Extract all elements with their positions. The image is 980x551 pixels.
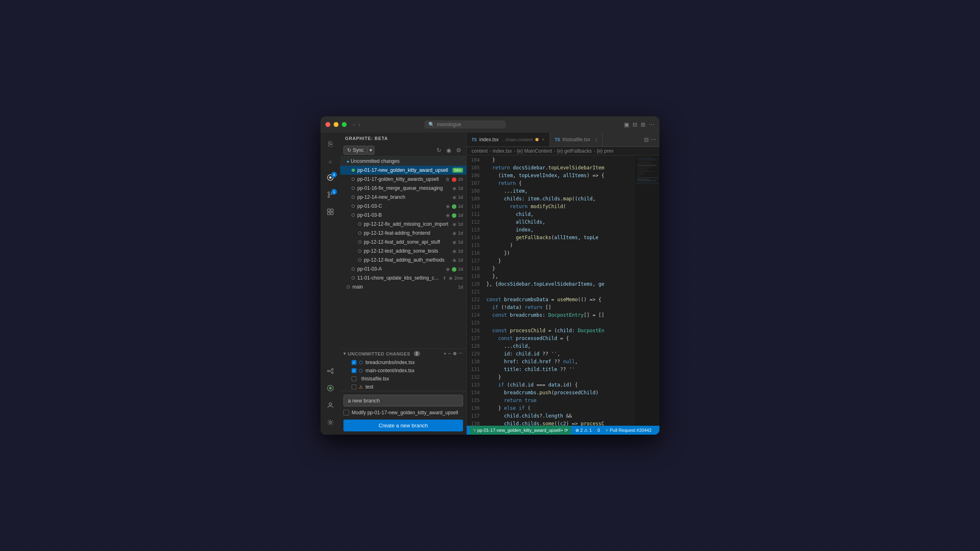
activity-item-graph[interactable] (322, 364, 339, 380)
vscode-window: ‹ › 🔍 monologue ▣ ⊟ ⊞ ⋯ ⎘ ⌕ (321, 116, 659, 435)
activity-item-remote[interactable] (322, 381, 339, 397)
file-checkbox[interactable] (352, 384, 356, 389)
more-tabs-button[interactable]: ⊟ ⋯ (641, 136, 659, 143)
eye-icon[interactable]: ◉ (452, 195, 457, 200)
minimize-button[interactable] (334, 122, 339, 127)
code-editor[interactable]: } return docsSidebar.topLevelSidebarItem… (483, 156, 635, 426)
branch-item-5[interactable]: pp-01-03-B ◉ ⬤ 1d (340, 211, 466, 220)
tab-thisisafile-tsx[interactable]: TS thisisafile.tsx : 1 (550, 133, 603, 147)
branch-item-12[interactable]: 11-01-chore_update_kbs_setting_copy ⬆ ◉ … (340, 273, 466, 282)
eye-icon[interactable]: ◉ (452, 249, 457, 254)
branch-dot (352, 267, 355, 271)
branch-item-main[interactable]: main 1d (340, 282, 466, 291)
sidebar-icon[interactable]: ⊞ (641, 121, 646, 128)
branch-item-1[interactable]: pp-01-17-golden_kitty_awards_upsell 🗑 ⬤ … (340, 175, 466, 184)
uncommitted-header-item[interactable]: ● Uncommitted changes (340, 157, 466, 166)
branch-item-2[interactable]: pp-01-16-fix_merge_queue_messaging ◉ 1d (340, 184, 466, 193)
layout-icon[interactable]: ▣ (624, 121, 629, 128)
uncommitted-section-header[interactable]: ▾ UNCOMMITTED CHANGES 2 + − ⊗ ⋯ (340, 349, 466, 358)
activity-item-extensions[interactable] (322, 204, 339, 221)
file-checkbox[interactable] (352, 376, 356, 381)
file-item-thisisafile[interactable]: thisisafile.tsx (340, 375, 466, 383)
minus-icon[interactable]: − (448, 351, 451, 356)
branch-item-4[interactable]: pp-01-03-C ◉ ⬤ 1d (340, 202, 466, 211)
git-branch-icon: ⑂ (473, 428, 476, 433)
breadcrumb-part-3[interactable]: {e} MainContent (517, 148, 552, 154)
lines-status[interactable]: 0 (596, 428, 601, 433)
eye-icon[interactable]: ◉ (446, 204, 450, 209)
create-branch-button[interactable]: Create a new branch (343, 420, 463, 431)
activity-item-explorer[interactable]: ⎘ (322, 136, 339, 152)
branch-item-8[interactable]: pp-12-12-feat_add_some_api_stuff ◉ 1d (340, 238, 466, 247)
eye-icon[interactable]: ◉ (452, 222, 457, 227)
activity-item-graphite[interactable]: 4 (322, 170, 339, 187)
chevron-up-icon[interactable]: ⬆ (443, 276, 446, 281)
gear-icon[interactable]: ⚙ (454, 146, 463, 154)
eye-icon[interactable]: ◉ (452, 240, 457, 245)
forward-button[interactable]: › (359, 121, 361, 128)
split-icon[interactable]: ⊟ (633, 121, 637, 128)
refresh-icon[interactable]: ↻ (435, 146, 443, 154)
branch-item-11[interactable]: pp-01-03-A ◉ ⬤ 1d (340, 264, 466, 273)
breadcrumb-sep: › (489, 148, 491, 154)
eye-icon[interactable]: ◉ (452, 258, 457, 263)
modify-option: Modify pp-01-17-new_golden_kitty_award_u… (343, 409, 463, 416)
branch-item-10[interactable]: pp-12-12-feat_adding_auth_methods ◉ 1d (340, 256, 466, 264)
svg-rect-36 (636, 182, 659, 184)
file-item-test[interactable]: ⚠ test (340, 383, 466, 391)
pull-request-status[interactable]: ⑂ Pull Request #20442 (604, 428, 653, 433)
tab-index-tsx[interactable]: TS index.tsx …/main-content × (467, 133, 550, 147)
spaces-status[interactable]: Spaces: 2 (658, 428, 659, 433)
svg-point-18 (330, 421, 332, 423)
file-item-breadcrumbs[interactable]: ⬡ breadcrumbs/index.tsx (340, 358, 466, 367)
eye-icon[interactable]: ◉ (446, 267, 450, 272)
breadcrumb-part-2[interactable]: index.tsx (492, 148, 512, 154)
sync-button[interactable]: ↻ Sync (343, 146, 368, 155)
branch-meta: ◉ 1d (452, 222, 463, 227)
add-icon[interactable]: + (443, 351, 446, 356)
close-button[interactable] (325, 122, 330, 127)
activity-item-source-control[interactable]: 1 (322, 187, 339, 204)
branch-item-9[interactable]: pp-12-12-test_adding_some_tests ◉ 1d (340, 247, 466, 256)
breadcrumb-part-5[interactable]: {e} prev (597, 148, 613, 154)
file-item-main-content[interactable]: ⬡ main-content/index.tsx (340, 367, 466, 375)
file-checkbox[interactable] (352, 368, 356, 373)
eye-icon[interactable]: ◉ (446, 213, 450, 218)
sync-dropdown-button[interactable]: ▾ (368, 146, 374, 155)
git-branch-status[interactable]: ⑂ pp-01-17-new_golden_kitty_award_upsell… (470, 426, 571, 435)
close-tab-icon[interactable]: × (542, 137, 545, 142)
file-checkbox[interactable] (352, 360, 356, 365)
branch-name-input[interactable] (343, 395, 463, 407)
modify-checkbox[interactable] (343, 410, 349, 415)
trash-icon[interactable]: 🗑 (445, 177, 450, 182)
back-button[interactable]: ‹ (353, 121, 355, 128)
eye-icon[interactable]: ◉ (452, 231, 457, 236)
more-icon[interactable]: ⋯ (649, 121, 655, 128)
breadcrumb-part-1[interactable]: content (472, 148, 488, 154)
errors-status[interactable]: ⊗ 2 ⚠ 1 (574, 428, 593, 433)
discard-icon[interactable]: ⊗ (453, 351, 457, 356)
lines-value: 0 (597, 428, 600, 433)
time-badge: 1d (458, 231, 463, 236)
more-icon[interactable]: ⋯ (458, 351, 463, 356)
branch-item-3[interactable]: pp-12-14-new_branch ◉ 1d (340, 193, 466, 202)
branch-item-6[interactable]: pp-12-12-fix_add_missing_icon_import ◉ 1… (340, 220, 466, 229)
activity-item-settings[interactable] (322, 415, 339, 431)
svg-rect-6 (327, 209, 330, 211)
svg-line-13 (329, 370, 332, 371)
activity-item-search[interactable]: ⌕ (322, 153, 339, 169)
branch-item-active[interactable]: pp-01-17-new_golden_kitty_award_upsell 5… (340, 166, 466, 175)
eye-icon[interactable]: ◉ (445, 146, 453, 154)
eye-icon[interactable]: ◉ (452, 186, 457, 191)
branch-meta: ◉ 1d (452, 249, 463, 254)
global-search[interactable]: 🔍 monologue (424, 120, 506, 129)
maximize-button[interactable] (342, 122, 347, 127)
time-badge: 1d (458, 186, 463, 191)
line-numbers: 104 105 106 107 108 109 110 111 112 113 … (467, 156, 483, 426)
branch-name: pp-01-17-new_golden_kitty_award_upsell (357, 167, 452, 173)
eye-icon[interactable]: ◉ (449, 276, 453, 281)
modified-indicator (535, 138, 539, 141)
branch-item-7[interactable]: pp-12-12-feat-adding_frontend ◉ 1d (340, 229, 466, 238)
breadcrumb-part-4[interactable]: {e} getFallbacks (557, 148, 592, 154)
activity-item-account[interactable] (322, 398, 339, 414)
